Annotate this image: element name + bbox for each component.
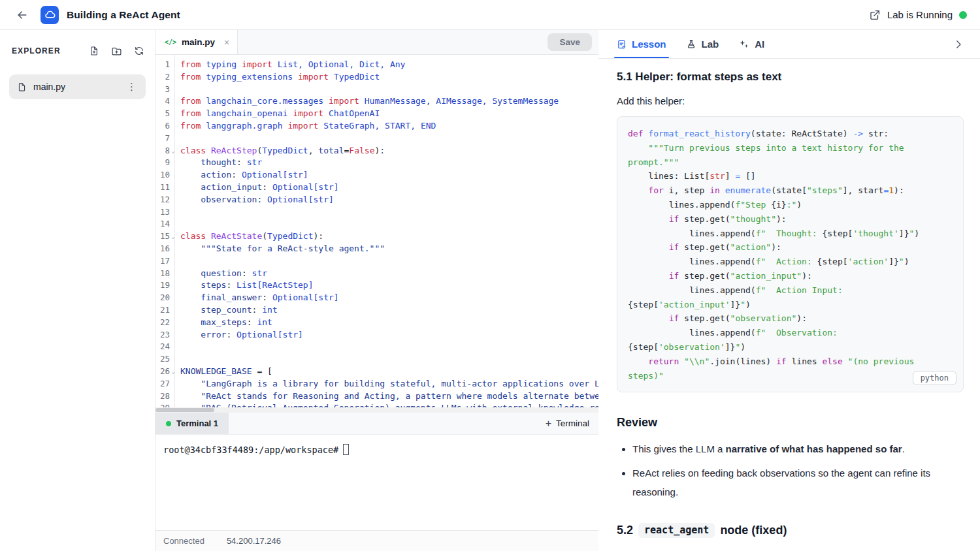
lab-flask-icon: [686, 39, 696, 50]
lesson-doc-icon: [617, 39, 627, 50]
explorer-title: EXPLORER: [12, 46, 61, 55]
editor-hscrollbar[interactable]: [155, 407, 598, 413]
intro-text: Add this helper:: [617, 95, 964, 106]
tab-close-icon[interactable]: ×: [224, 37, 229, 48]
terminal-status-dot: [166, 421, 171, 426]
file-icon: [17, 82, 27, 93]
terminal-console[interactable]: root@34cbf33f4489:/app/workspace#: [155, 435, 598, 530]
file-menu-button[interactable]: ⋮: [124, 81, 139, 93]
editor-column: </> main.py × Save 12345678⌄910111213141…: [155, 30, 598, 551]
ai-sparkles-icon: [738, 39, 749, 50]
new-folder-button[interactable]: [111, 46, 122, 57]
section-5-2-number: 5.2: [617, 524, 633, 537]
tab-ai-label: AI: [755, 39, 764, 50]
lab-status-label: Lab is Running: [887, 9, 953, 20]
lesson-panel: Lesson Lab AI 5.1 Helper: format steps a…: [598, 30, 980, 551]
code-file-icon: </>: [165, 39, 176, 46]
save-button[interactable]: Save: [547, 33, 592, 51]
editor-hscrollbar-thumb[interactable]: [155, 408, 214, 412]
app-logo: [41, 6, 59, 24]
editor-tab-label: main.py: [182, 37, 215, 47]
plus-icon: +: [546, 418, 551, 430]
new-terminal-label: Terminal: [556, 418, 589, 428]
section-5-2-suffix: node (fixed): [720, 524, 787, 537]
panel-tab-bar: Lesson Lab AI: [598, 30, 980, 59]
editor-tab-bar: </> main.py × Save: [155, 30, 598, 55]
lesson-code: def format_react_history(state: ReActSta…: [628, 127, 953, 383]
cloud-icon: [44, 9, 56, 20]
react-agent-code-chip: react_agent: [638, 523, 715, 538]
status-bar: Connected 54.200.17.246: [155, 530, 598, 551]
editor-tab-main-py[interactable]: </> main.py ×: [155, 30, 238, 54]
review-title: Review: [617, 416, 964, 430]
terminal-cursor: [343, 444, 349, 455]
lab-running-dot: [959, 11, 967, 19]
section-5-2-title: 5.2 react_agent node (fixed): [617, 523, 964, 538]
refresh-icon: [134, 46, 144, 56]
host-ip: 54.200.17.246: [227, 536, 281, 546]
tab-ai[interactable]: AI: [738, 30, 764, 58]
code-editor[interactable]: 12345678⌄9101112131415⌄16171819202122232…: [155, 55, 598, 407]
review-bullets: This gives the LLM a narrative of what h…: [632, 440, 964, 501]
editor-code-area[interactable]: from typing import List, Optional, Dict,…: [175, 55, 598, 407]
new-file-icon: [89, 46, 99, 56]
new-terminal-button[interactable]: + Terminal: [536, 413, 598, 434]
connection-status: Connected: [163, 536, 204, 546]
terminal-prompt: root@34cbf33f4489:/app/workspace#: [163, 445, 338, 455]
file-name: main.py: [33, 82, 65, 92]
file-item-main-py[interactable]: main.py ⋮: [9, 74, 146, 99]
arrow-left-icon: [16, 8, 29, 22]
refresh-button[interactable]: [134, 46, 144, 57]
code-language-badge: python: [913, 371, 956, 385]
editor-gutter: 12345678⌄9101112131415⌄16171819202122232…: [155, 55, 175, 407]
terminal-tab-1[interactable]: Terminal 1: [155, 413, 229, 434]
tab-lesson[interactable]: Lesson: [617, 30, 666, 58]
lesson-content: 5.1 Helper: format steps as text Add thi…: [598, 59, 980, 551]
top-bar: Building a ReAct Agent Lab is Running: [0, 0, 980, 30]
open-external-button[interactable]: [869, 9, 881, 21]
terminal-tab-label: Terminal 1: [176, 418, 218, 428]
section-5-1-title: 5.1 Helper: format steps as text: [617, 71, 964, 84]
terminal-tab-bar: Terminal 1 + Terminal: [155, 413, 598, 435]
lesson-code-block: def format_react_history(state: ReActSta…: [617, 116, 964, 392]
page-title: Building a ReAct Agent: [67, 9, 180, 21]
tab-lesson-label: Lesson: [632, 39, 666, 50]
app-window: Building a ReAct Agent Lab is Running EX…: [0, 0, 980, 551]
tab-lab[interactable]: Lab: [686, 30, 719, 58]
chevron-right-icon: [953, 39, 964, 50]
external-link-icon: [869, 9, 881, 21]
new-file-button[interactable]: [89, 46, 99, 57]
explorer-sidebar: EXPLORER main.py ⋮: [0, 30, 155, 551]
new-folder-icon: [111, 46, 122, 57]
tab-lab-label: Lab: [702, 39, 719, 50]
back-button[interactable]: [13, 6, 31, 24]
collapse-panel-button[interactable]: [953, 30, 964, 58]
